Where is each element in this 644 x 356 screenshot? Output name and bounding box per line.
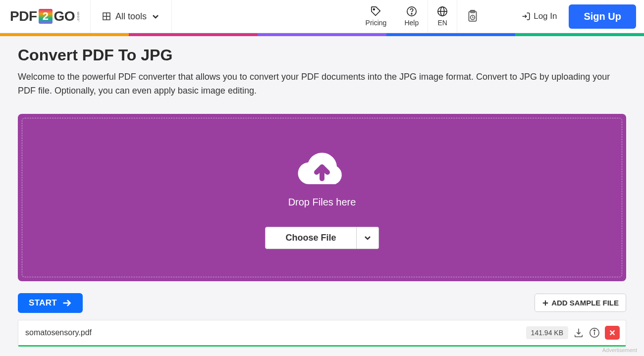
pricing-label: Pricing — [366, 19, 387, 27]
tag-icon — [371, 6, 381, 17]
remove-file-button[interactable] — [605, 326, 620, 340]
plus-icon — [542, 300, 549, 306]
color-strip — [0, 33, 644, 36]
logo-pdf: PDF — [10, 8, 37, 24]
svg-point-3 — [373, 9, 375, 10]
close-icon — [609, 329, 616, 336]
file-size: 141.94 KB — [526, 326, 568, 339]
question-icon — [406, 6, 417, 17]
chevron-down-icon — [364, 234, 372, 242]
signup-button[interactable]: Sign Up — [569, 4, 636, 29]
choose-file-button[interactable]: Choose File — [265, 227, 356, 249]
login-button[interactable]: Log In — [513, 0, 566, 33]
start-label: START — [29, 298, 57, 308]
login-label: Log In — [534, 11, 557, 21]
dropzone[interactable]: Drop Files here Choose File — [18, 114, 626, 281]
help-label: Help — [404, 19, 419, 27]
pricing-link[interactable]: Pricing — [357, 0, 396, 33]
all-tools-menu[interactable]: All tools — [91, 0, 172, 33]
globe-icon — [437, 6, 448, 17]
login-icon — [522, 12, 531, 21]
download-icon[interactable] — [573, 327, 584, 338]
language-selector[interactable]: EN — [428, 0, 457, 33]
grid-icon — [103, 12, 110, 20]
cloud-upload-icon — [295, 149, 349, 190]
chevron-down-icon — [152, 12, 160, 20]
advertisement-label: Advertisement — [602, 347, 637, 353]
arrow-right-icon — [62, 298, 72, 308]
main-content: Convert PDF To JPG Welcome to the powerf… — [0, 36, 644, 356]
choose-file-group: Choose File — [265, 227, 378, 249]
drop-label: Drop Files here — [288, 197, 356, 208]
page-title: Convert PDF To JPG — [18, 46, 626, 64]
logo-box-icon: 2 — [39, 9, 53, 24]
add-sample-button[interactable]: ADD SAMPLE FILE — [535, 294, 626, 312]
language-label: EN — [437, 19, 447, 27]
logo[interactable]: PDF 2 GO .com — [0, 0, 91, 33]
start-button[interactable]: START — [18, 293, 83, 313]
history-link[interactable] — [457, 0, 488, 33]
clipboard-history-icon — [466, 10, 479, 23]
help-link[interactable]: Help — [395, 0, 428, 33]
action-row: START ADD SAMPLE FILE — [18, 293, 626, 313]
all-tools-label: All tools — [115, 11, 147, 22]
info-icon[interactable] — [589, 327, 600, 338]
logo-go: GO — [54, 8, 75, 24]
file-row: somatosensory.pdf 141.94 KB — [18, 320, 626, 347]
logo-suffix: .com — [76, 11, 80, 22]
file-name: somatosensory.pdf — [24, 328, 521, 337]
svg-point-19 — [594, 330, 595, 331]
svg-point-5 — [411, 13, 412, 14]
add-sample-label: ADD SAMPLE FILE — [551, 299, 619, 307]
page-subtitle: Welcome to the powerful PDF converter th… — [18, 70, 612, 98]
dropzone-inner: Drop Files here Choose File — [22, 118, 622, 277]
choose-file-dropdown[interactable] — [357, 227, 379, 249]
header: PDF 2 GO .com All tools Pricing Help EN … — [0, 0, 644, 33]
